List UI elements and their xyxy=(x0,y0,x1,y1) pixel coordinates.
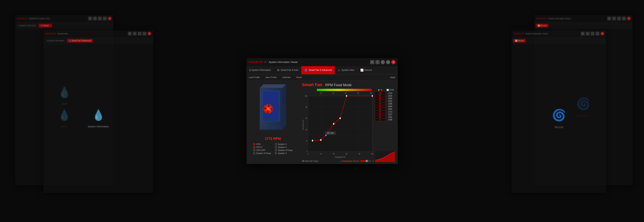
tab-smart-fan-auto[interactable]: ⚙ Smart Fan 5 Auto xyxy=(274,66,301,74)
chart-header: Smart Fan RPM Fixed Mode xyxy=(302,82,395,87)
pct-icon: ⚡ xyxy=(378,89,380,91)
menu-btn[interactable]: ≡ xyxy=(376,60,380,64)
interval-slider[interactable] xyxy=(360,160,372,162)
settings-btn[interactable]: ⚙ xyxy=(370,60,374,64)
bgr2-content: 🌀 Record xyxy=(512,44,606,193)
alert-icon: ⚠ xyxy=(338,69,340,72)
svg-text:28°C, 30%: 28°C, 30% xyxy=(327,132,334,134)
tab-smart-fan-advanced[interactable]: 🌀 Smart Fan 5 Advanced xyxy=(301,66,335,74)
tab-record[interactable]: 📈 Record xyxy=(357,66,375,74)
rpm-rpm-header[interactable]: 🔄 RPM xyxy=(385,89,395,91)
bgr-max-btn: □ xyxy=(622,17,626,20)
temp-bar-wrapper xyxy=(309,89,373,92)
svg-text:80: 80 xyxy=(306,106,307,108)
tab-system-info[interactable]: ℹ System Information xyxy=(246,66,274,74)
bg-title: GIGABYTE System Infor... xyxy=(29,17,51,20)
pct-header-label: % xyxy=(380,89,382,91)
fan-source-sys3[interactable]: System 3 xyxy=(275,146,293,148)
chart-area: 20 40 60 80 100 xyxy=(302,89,374,162)
rpm-val-cell: 1527 xyxy=(385,113,395,115)
rpm-table-row: 30 1713 xyxy=(375,111,395,113)
save-profile-btn[interactable]: Save Profile xyxy=(265,76,276,78)
legend-area-label: Area Fan %rpm xyxy=(305,160,318,162)
radio-sys6pump xyxy=(253,152,255,154)
bgr2-tab-record: 📈 Record xyxy=(513,39,526,42)
bgr-nav: 📈 Record xyxy=(534,22,633,29)
svg-point-12 xyxy=(267,108,269,110)
fan-source-cpuopt[interactable]: CPU OPT xyxy=(253,149,271,151)
fan-source-sys4[interactable]: System 4 xyxy=(275,152,293,154)
radio-cpu xyxy=(253,143,255,145)
bg-right2-title-bar: GIGABYTE System Information Viewer ⚙ ≡ –… xyxy=(512,30,606,37)
bg2-nav: ℹ System Information 🌀 Smart Fan 5 Advan… xyxy=(44,37,153,44)
svg-text:20: 20 xyxy=(320,153,322,155)
svg-rect-14 xyxy=(264,117,278,119)
bgr-title: System Information Viewer xyxy=(548,17,570,20)
apply-btn[interactable]: Apply xyxy=(390,76,396,78)
title-bar: GIGABYTE ® System Information Viewer ⚙ ≡… xyxy=(246,58,398,66)
rpm-pct-cell: 40 xyxy=(375,108,385,110)
fan-source-sys1[interactable]: System 1 xyxy=(275,143,293,145)
rpm-table-row: 60 2206 xyxy=(375,103,395,105)
load-profile-btn[interactable]: Load Profile xyxy=(249,76,260,78)
svg-text:40: 40 xyxy=(333,153,334,155)
main-window: GIGABYTE ® System Information Viewer ⚙ ≡… xyxy=(246,58,398,164)
calibrate-btn[interactable]: Calibrate xyxy=(282,76,291,78)
pc-case-svg xyxy=(252,82,294,135)
maximize-btn[interactable]: □ xyxy=(386,60,390,64)
svg-marker-1 xyxy=(282,84,286,130)
fan-source-cpu-label: CPU xyxy=(256,143,261,145)
rpm-pct-header[interactable]: ⚡ % xyxy=(375,89,385,91)
fan-curve-chart[interactable]: 100 80 60 40 20 0 0 20 40 60 80 xyxy=(302,95,374,159)
slider-thumb xyxy=(366,160,368,162)
tab-system-alert[interactable]: ⚠ System Alert xyxy=(335,66,357,74)
window-controls: ⚙ ≡ – □ ✕ xyxy=(370,60,396,64)
close-btn[interactable]: ✕ xyxy=(391,60,396,64)
radio-cpu2 xyxy=(253,146,255,148)
rpm-pct-cell: 70 xyxy=(375,100,385,102)
rpm-table-row: 0 1038 xyxy=(375,118,395,121)
bg2-title: System Infor... xyxy=(57,33,70,35)
fan-source-cpu2[interactable]: CPU 2 xyxy=(253,146,271,148)
bg-menu-icon: ≡ xyxy=(93,17,97,20)
fan-source-sys6pump[interactable]: System 6 Pump xyxy=(253,152,271,154)
tab-alert-label: System Alert xyxy=(342,69,354,71)
svg-point-51 xyxy=(320,139,322,141)
tab-smart-fan-adv-label: Smart Fan 5 Advanced xyxy=(309,69,332,71)
radio-sys5pump xyxy=(275,149,277,151)
graph-wrapper[interactable]: 100 80 60 40 20 0 0 20 40 60 80 xyxy=(302,95,374,159)
rpm-table-row: 10 1331 xyxy=(375,116,395,118)
bg2-icon: 💧 xyxy=(92,109,105,121)
gigabyte-brand: GIGABYTE xyxy=(249,61,263,63)
radio-sys4 xyxy=(275,152,277,154)
interval-label: △ Temperature Interval xyxy=(340,160,359,162)
svg-text:40: 40 xyxy=(306,128,307,131)
bgr-min-btn: – xyxy=(617,17,621,20)
bgr2-title: System Information Viewer xyxy=(526,33,548,35)
system-info-icon: ℹ xyxy=(250,69,250,72)
fan-sources: CPU System 1 CPU 2 System 3 CPU OPT xyxy=(253,143,292,154)
reset-btn[interactable]: Reset xyxy=(296,76,302,78)
bg-left-far-title-bar: GIGABYTE GIGABYTE System Infor... ⚙ ≡ – … xyxy=(15,15,114,22)
temp-80: 80 xyxy=(357,92,359,94)
radio-sys1 xyxy=(275,143,277,145)
rpm-table-row: 40 1891 xyxy=(375,108,395,111)
svg-point-13 xyxy=(269,109,271,111)
minimize-btn[interactable]: – xyxy=(381,60,385,64)
bg-right-far-title-bar: GIGABYTE System Information Viewer ⚙ ≡ –… xyxy=(534,15,633,22)
bg2-brand: GIGABYTE xyxy=(46,32,56,35)
fan-source-cpu[interactable]: CPU xyxy=(253,143,271,145)
bg2-close-btn: ✕ xyxy=(148,32,151,35)
fan-source-sys5pump[interactable]: System 5 Pump xyxy=(275,149,293,151)
rpm-val-cell: 1713 xyxy=(385,111,395,113)
svg-text:60: 60 xyxy=(346,153,347,155)
temp-interval: △ Temperature Interval 3 xyxy=(340,160,374,162)
fan-source-sys4-label: System 4 xyxy=(278,152,287,154)
content-area: 1772 RPM CPU System 1 CPU 2 System 3 xyxy=(246,80,398,164)
bg-min-btn: – xyxy=(98,17,102,20)
bgr-settings-icon: ⚙ xyxy=(607,17,611,20)
bg2-tab-smart: 🌀 Smart Fan 5 Advanced xyxy=(67,39,93,42)
temp-scale: 20 40 60 80 100 xyxy=(310,92,372,94)
svg-point-53 xyxy=(333,123,334,125)
bgr-brand: GIGABYTE xyxy=(536,17,547,20)
